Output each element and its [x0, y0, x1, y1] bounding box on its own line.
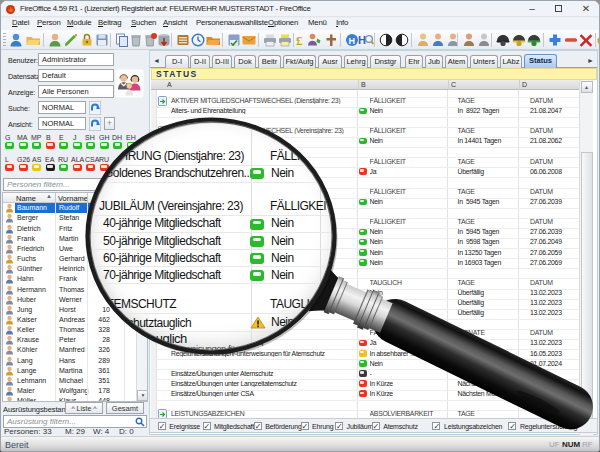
svg-text:H: H	[358, 34, 366, 46]
svg-text:H: H	[349, 36, 356, 46]
svg-text:£: £	[296, 33, 303, 48]
